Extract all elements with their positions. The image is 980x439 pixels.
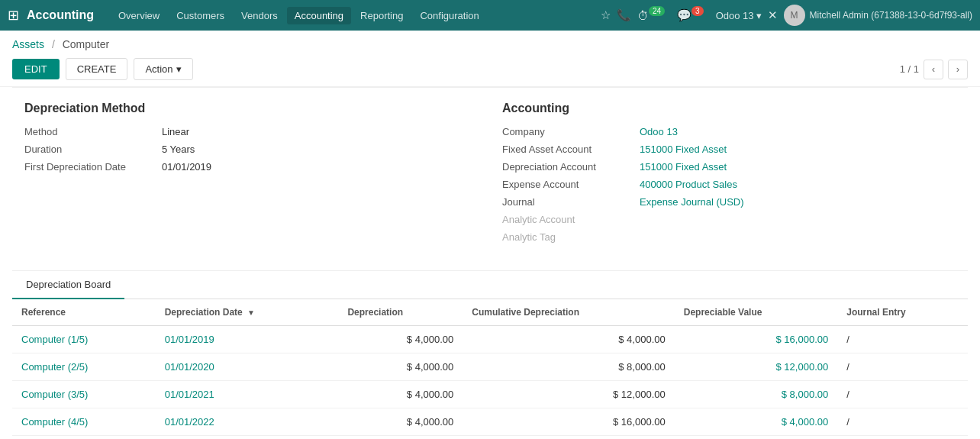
depreciation-account-value[interactable]: 151000 Fixed Asset — [640, 161, 727, 173]
cell-depreciable[interactable]: $ 16,000.00 — [675, 326, 838, 353]
cell-date[interactable]: 01/01/2022 — [156, 408, 339, 436]
company-field-row: Company Odoo 13 — [502, 126, 956, 137]
expense-account-value[interactable]: 400000 Product Sales — [640, 179, 737, 190]
odoo-version[interactable]: Odoo 13 ▾ — [716, 10, 762, 21]
create-button[interactable]: CREATE — [66, 58, 128, 80]
breadcrumb-separator: / — [52, 38, 55, 50]
journal-value[interactable]: Expense Journal (USD) — [640, 196, 744, 208]
cell-date[interactable]: 01/01/2019 — [156, 326, 339, 353]
cell-depreciation: $ 4,000.00 — [338, 408, 463, 436]
action-chevron-icon: ▾ — [176, 63, 182, 75]
cell-reference[interactable]: Computer (3/5) — [12, 381, 156, 408]
cell-depreciable[interactable]: $ 4,000.00 — [675, 408, 838, 436]
table-row[interactable]: Computer (3/5)01/01/2021$ 4,000.00$ 12,0… — [12, 381, 968, 408]
col-depreciable: Depreciable Value — [675, 299, 838, 326]
cell-depreciable[interactable]: $ 0.00 — [675, 436, 838, 440]
cell-depreciable[interactable]: $ 12,000.00 — [675, 353, 838, 381]
breadcrumb-parent[interactable]: Assets — [12, 38, 44, 50]
tab-section: Depreciation Board Reference Depreciatio… — [12, 270, 968, 439]
analytic-account-field-row: Analytic Account — [502, 214, 956, 225]
sort-arrow-icon: ▼ — [247, 308, 255, 317]
cell-date[interactable]: 01/01/2020 — [156, 353, 339, 381]
depreciation-method-section: Depreciation Method Method Linear Durati… — [12, 95, 490, 255]
nav-accounting[interactable]: Accounting — [287, 7, 351, 24]
method-value: Linear — [162, 126, 189, 137]
pagination-text: 1 / 1 — [900, 63, 919, 75]
duration-field-row: Duration 5 Years — [24, 144, 478, 155]
user-avatar: M — [784, 5, 805, 26]
cell-date[interactable]: 01/01/2021 — [156, 381, 339, 408]
nav-links: Overview Customers Vendors Accounting Re… — [111, 7, 487, 24]
cell-journal-entry: / — [837, 408, 968, 436]
table-row[interactable]: Computer (5/5)01/01/2023$ 4,000.00$ 20,0… — [12, 436, 968, 440]
table-row[interactable]: Computer (1/5)01/01/2019$ 4,000.00$ 4,00… — [12, 326, 968, 353]
action-button[interactable]: Action ▾ — [134, 58, 192, 80]
company-value[interactable]: Odoo 13 — [640, 126, 678, 137]
table-row[interactable]: Computer (4/5)01/01/2022$ 4,000.00$ 16,0… — [12, 408, 968, 436]
toolbar: EDIT CREATE Action ▾ 1 / 1 ‹ › — [0, 55, 980, 86]
nav-right: ☆ 📞 ⏱ 24 💬 3 Odoo 13 ▾ ✕ M Mitchell Admi… — [601, 5, 972, 26]
cell-cumulative: $ 20,000.00 — [463, 436, 674, 440]
top-navigation: ⊞ Accounting Overview Customers Vendors … — [0, 0, 980, 31]
fixed-asset-field-row: Fixed Asset Account 151000 Fixed Asset — [502, 144, 956, 155]
table-row[interactable]: Computer (2/5)01/01/2020$ 4,000.00$ 8,00… — [12, 353, 968, 381]
cell-cumulative: $ 16,000.00 — [463, 408, 674, 436]
duration-value: 5 Years — [162, 144, 195, 155]
cell-reference[interactable]: Computer (4/5) — [12, 408, 156, 436]
first-date-field-row: First Depreciation Date 01/01/2019 — [24, 161, 478, 173]
message-badge: 3 — [691, 6, 704, 16]
notification-badge: 24 — [649, 6, 665, 16]
form-sections: Depreciation Method Method Linear Durati… — [12, 87, 968, 255]
table-header-row: Reference Depreciation Date ▼ Depreciati… — [12, 299, 968, 326]
accounting-section: Accounting Company Odoo 13 Fixed Asset A… — [490, 95, 968, 255]
cell-reference[interactable]: Computer (5/5) — [12, 436, 156, 440]
cell-date[interactable]: 01/01/2023 — [156, 436, 339, 440]
cell-journal-entry: / — [837, 381, 968, 408]
close-icon[interactable]: ✕ — [768, 8, 778, 22]
app-grid-icon[interactable]: ⊞ — [8, 7, 19, 24]
cell-depreciation: $ 4,000.00 — [338, 381, 463, 408]
depreciation-table: Reference Depreciation Date ▼ Depreciati… — [12, 299, 968, 439]
journal-field-row: Journal Expense Journal (USD) — [502, 196, 956, 208]
star-icon[interactable]: ☆ — [601, 8, 611, 22]
cell-cumulative: $ 4,000.00 — [463, 326, 674, 353]
cell-journal-entry: / — [837, 436, 968, 440]
cell-depreciation: $ 4,000.00 — [338, 436, 463, 440]
chat-icon[interactable]: 💬 — [677, 8, 691, 22]
nav-customers[interactable]: Customers — [169, 7, 232, 24]
company-label: Company — [502, 126, 640, 137]
tab-depreciation-board[interactable]: Depreciation Board — [12, 271, 124, 299]
journal-label: Journal — [502, 196, 640, 208]
cell-reference[interactable]: Computer (2/5) — [12, 353, 156, 381]
breadcrumb: Assets / Computer — [0, 31, 980, 55]
accounting-title: Accounting — [502, 102, 956, 115]
depreciation-account-field-row: Depreciation Account 151000 Fixed Asset — [502, 161, 956, 173]
nav-reporting[interactable]: Reporting — [353, 7, 411, 24]
first-date-label: First Depreciation Date — [24, 161, 162, 173]
cell-reference[interactable]: Computer (1/5) — [12, 326, 156, 353]
nav-overview[interactable]: Overview — [111, 7, 167, 24]
prev-page-button[interactable]: ‹ — [924, 60, 943, 79]
edit-button[interactable]: EDIT — [12, 59, 60, 79]
breadcrumb-current: Computer — [63, 38, 109, 50]
odoo-version-label: Odoo 13 — [716, 10, 754, 21]
cell-journal-entry: / — [837, 353, 968, 381]
duration-label: Duration — [24, 144, 162, 155]
nav-vendors[interactable]: Vendors — [234, 7, 285, 24]
user-menu[interactable]: M Mitchell Admin (671388-13-0-6d7f93-all… — [784, 5, 972, 26]
tabs: Depreciation Board — [12, 271, 968, 299]
cell-journal-entry: / — [837, 326, 968, 353]
cell-depreciable[interactable]: $ 8,000.00 — [675, 381, 838, 408]
cell-depreciation: $ 4,000.00 — [338, 326, 463, 353]
clock-icon[interactable]: ⏱ — [637, 9, 649, 22]
nav-configuration[interactable]: Configuration — [412, 7, 486, 24]
phone-icon[interactable]: 📞 — [617, 8, 631, 22]
cell-cumulative: $ 12,000.00 — [463, 381, 674, 408]
col-depreciation-date[interactable]: Depreciation Date ▼ — [156, 299, 339, 326]
fixed-asset-value[interactable]: 151000 Fixed Asset — [640, 144, 727, 155]
method-field-row: Method Linear — [24, 126, 478, 137]
brand-name: Accounting — [27, 8, 94, 22]
cell-cumulative: $ 8,000.00 — [463, 353, 674, 381]
col-cumulative: Cumulative Depreciation — [463, 299, 674, 326]
next-page-button[interactable]: › — [948, 60, 968, 79]
